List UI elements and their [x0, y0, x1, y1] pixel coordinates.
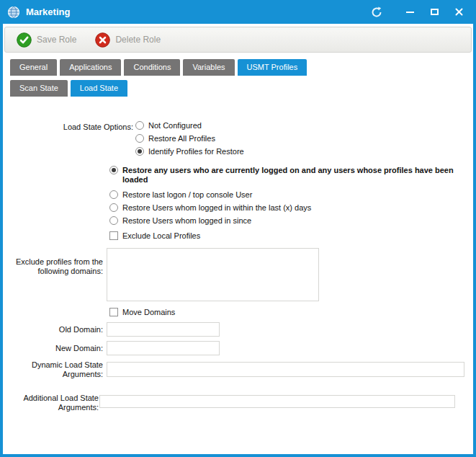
minimize-button[interactable]	[404, 6, 416, 18]
window: Marketing	[0, 0, 476, 457]
refresh-button[interactable]	[371, 6, 382, 18]
radio-label: Restore All Profiles	[148, 134, 215, 143]
tab-variables[interactable]: Variables	[183, 59, 234, 76]
radio-icon	[109, 203, 118, 212]
radio-icon	[135, 147, 144, 156]
dynamic-args-input[interactable]	[107, 362, 464, 377]
minimize-icon	[406, 12, 414, 13]
close-icon	[455, 8, 463, 16]
old-domain-label: Old Domain:	[3, 325, 103, 334]
app-icon	[7, 6, 20, 19]
radio-label: Restore last logon / top console User	[122, 190, 252, 200]
radio-restore-logged-on-users[interactable]: Restore any users who are currently logg…	[109, 166, 471, 185]
window-controls	[371, 6, 469, 18]
refresh-icon	[371, 6, 382, 18]
close-button[interactable]	[453, 6, 464, 18]
radio-label: Identify Profiles for Restore	[148, 147, 244, 156]
delete-role-button[interactable]: Delete Role	[95, 32, 161, 48]
client-area: Save Role Delete Role General Applicatio…	[3, 24, 473, 454]
radio-label: Restore any users who are currently logg…	[122, 166, 471, 185]
radio-not-configured[interactable]: Not Configured	[135, 121, 202, 130]
radio-icon	[135, 134, 144, 143]
tab-applications[interactable]: Applications	[60, 59, 121, 76]
checkbox-icon	[109, 308, 118, 316]
exclude-domains-label: Exclude profiles from the following doma…	[10, 257, 103, 276]
radio-label: Not Configured	[148, 121, 202, 130]
move-domains-checkbox[interactable]: Move Domains	[109, 308, 175, 317]
radio-icon	[109, 166, 118, 174]
save-role-button[interactable]: Save Role	[17, 32, 76, 48]
exclude-local-profiles-checkbox[interactable]: Exclude Local Profiles	[109, 231, 200, 241]
radio-restore-last-logon[interactable]: Restore last logon / top console User	[109, 190, 252, 200]
old-domain-input[interactable]	[107, 322, 220, 337]
dynamic-args-label: Dynamic Load State Arguments:	[3, 360, 103, 379]
radio-restore-last-x-days[interactable]: Restore Users whom logged in within the …	[109, 203, 311, 213]
radio-restore-all-profiles[interactable]: Restore All Profiles	[135, 134, 215, 143]
load-state-options-label: Load State Options:	[17, 123, 133, 132]
maximize-button[interactable]	[428, 6, 440, 18]
titlebar: Marketing	[0, 0, 476, 24]
radio-icon	[109, 216, 118, 225]
radio-identify-profiles[interactable]: Identify Profiles for Restore	[135, 147, 244, 156]
delete-icon	[95, 32, 110, 48]
tab-load-state[interactable]: Load State	[71, 80, 127, 97]
additional-args-label: Additional Load State Arguments:	[6, 394, 99, 412]
checkbox-icon	[109, 231, 118, 240]
delete-role-label: Delete Role	[115, 35, 161, 45]
new-domain-input[interactable]	[107, 341, 220, 355]
save-icon	[17, 32, 32, 48]
sub-tab-bar: Scan State Load State	[10, 80, 127, 97]
window-title: Marketing	[26, 6, 70, 17]
checkbox-label: Exclude Local Profiles	[122, 231, 200, 241]
radio-label: Restore Users whom logged in since	[122, 216, 251, 226]
additional-args-input[interactable]	[99, 395, 455, 408]
radio-icon	[109, 190, 118, 199]
radio-label: Restore Users whom logged in within the …	[122, 203, 311, 213]
tab-scan-state[interactable]: Scan State	[10, 80, 68, 97]
tab-general[interactable]: General	[10, 59, 57, 76]
radio-restore-logged-in-since[interactable]: Restore Users whom logged in since	[109, 216, 251, 226]
toolbar: Save Role Delete Role	[4, 27, 472, 53]
new-domain-label: New Domain:	[3, 344, 103, 353]
save-role-label: Save Role	[37, 35, 76, 45]
radio-icon	[135, 121, 144, 130]
tab-usmt-profiles[interactable]: USMT Profiles	[238, 59, 307, 76]
tab-conditions[interactable]: Conditions	[124, 59, 180, 76]
checkbox-label: Move Domains	[122, 308, 175, 317]
exclude-domains-textarea[interactable]	[107, 248, 319, 301]
maximize-icon	[431, 9, 439, 15]
main-tab-bar: General Applications Conditions Variable…	[10, 59, 307, 76]
